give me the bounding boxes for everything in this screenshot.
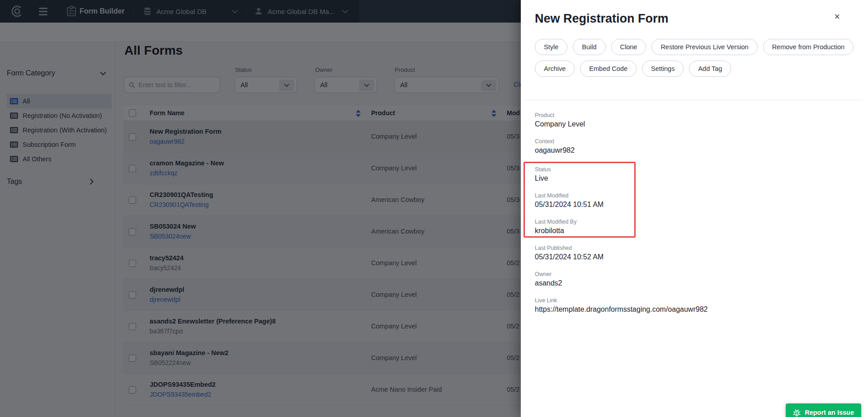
close-icon[interactable]: × bbox=[834, 12, 840, 22]
last-modified-by-value: krobilotta bbox=[535, 227, 564, 235]
modal-overlay[interactable] bbox=[0, 0, 522, 417]
status-value: Live bbox=[535, 174, 548, 183]
last-published-label: Last Published bbox=[535, 245, 572, 251]
remove-from-production-button[interactable]: Remove from Production bbox=[763, 39, 854, 55]
clone-button[interactable]: Clone bbox=[611, 39, 646, 55]
embed-code-button[interactable]: Embed Code bbox=[580, 61, 637, 77]
product-value: Company Level bbox=[535, 120, 585, 128]
drawer-actions-row-2: Archive Embed Code Settings Add Tag bbox=[535, 61, 731, 77]
context-label: Context bbox=[535, 138, 554, 145]
owner-value: asands2 bbox=[535, 279, 562, 287]
restore-previous-live-version-button[interactable]: Restore Previous Live Version bbox=[651, 39, 757, 55]
report-an-issue-label: Report an Issue bbox=[805, 409, 854, 416]
status-label: Status bbox=[535, 166, 551, 173]
last-published-value: 05/31/2024 10:52 AM bbox=[535, 253, 604, 261]
drawer-actions-row-1: Style Build Clone Restore Previous Live … bbox=[535, 39, 854, 55]
add-tag-button[interactable]: Add Tag bbox=[689, 61, 731, 77]
drawer-divider bbox=[525, 100, 863, 100]
archive-button[interactable]: Archive bbox=[535, 61, 575, 77]
highlight-red-box bbox=[524, 162, 636, 238]
report-an-issue-button[interactable]: Report an Issue bbox=[786, 403, 861, 417]
last-modified-label: Last Modified bbox=[535, 192, 568, 199]
style-button[interactable]: Style bbox=[535, 39, 567, 55]
owner-label: Owner bbox=[535, 271, 552, 277]
settings-button[interactable]: Settings bbox=[642, 61, 684, 77]
last-modified-value: 05/31/2024 10:51 AM bbox=[535, 201, 604, 209]
form-detail-drawer: New Registration Form × Style Build Clon… bbox=[521, 0, 868, 417]
live-link-value: https://template.dragonformsstaging.com/… bbox=[535, 305, 708, 314]
drawer-title: New Registration Form bbox=[535, 12, 669, 26]
product-label: Product bbox=[535, 112, 554, 118]
context-value: oagauwr982 bbox=[535, 146, 575, 155]
build-button[interactable]: Build bbox=[573, 39, 605, 55]
live-link-label: Live Link bbox=[535, 297, 557, 304]
last-modified-by-label: Last Modified By bbox=[535, 219, 576, 225]
bug-icon bbox=[793, 409, 801, 417]
